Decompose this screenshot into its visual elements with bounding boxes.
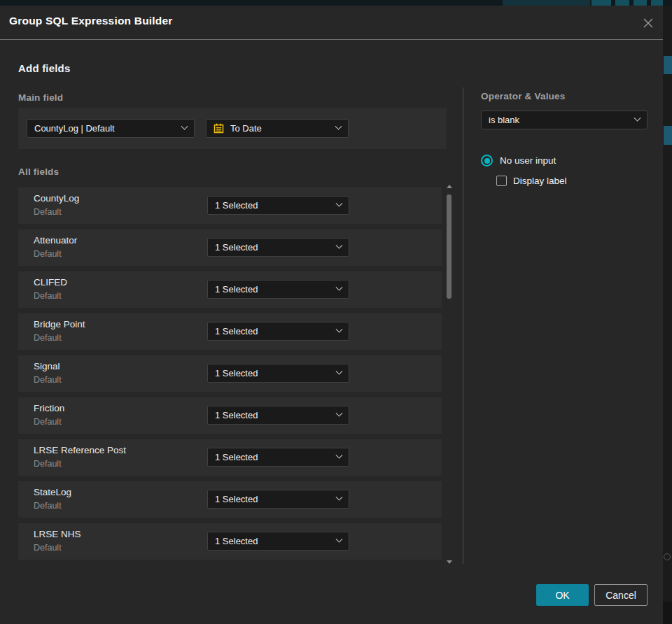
field-row-clifed: CLIFED Default 1 Selected bbox=[18, 271, 442, 308]
field-selected-dropdown[interactable]: 1 Selected bbox=[207, 448, 349, 467]
field-name: StateLog bbox=[34, 487, 71, 497]
background-panel-button bbox=[664, 56, 672, 74]
chevron-down-icon bbox=[336, 326, 343, 333]
background-app-right-strip bbox=[663, 6, 672, 624]
chevron-down-icon bbox=[181, 123, 188, 130]
selected-count-label: 1 Selected bbox=[215, 452, 258, 462]
field-selected-dropdown[interactable]: 1 Selected bbox=[207, 196, 349, 215]
selected-count-label: 1 Selected bbox=[215, 200, 258, 211]
operator-values-heading: Operator & Values bbox=[481, 91, 565, 101]
vertical-divider bbox=[463, 87, 463, 564]
field-row-friction: Friction Default 1 Selected bbox=[18, 397, 442, 434]
field-row-bridge-point: Bridge Point Default 1 Selected bbox=[18, 313, 442, 350]
background-toolbar-button bbox=[615, 0, 629, 6]
checkbox-unchecked-icon bbox=[496, 176, 507, 186]
field-subtitle: Default bbox=[34, 501, 62, 511]
field-selected-dropdown[interactable]: 1 Selected bbox=[207, 490, 349, 509]
operator-dropdown[interactable]: is blank bbox=[481, 111, 648, 129]
field-row-countylog: CountyLog Default 1 Selected bbox=[18, 187, 442, 224]
scrollbar-up-arrow-icon[interactable] bbox=[447, 185, 452, 188]
all-fields-label: All fields bbox=[18, 166, 59, 177]
selected-count-label: 1 Selected bbox=[215, 242, 258, 253]
chevron-down-icon bbox=[336, 494, 343, 501]
close-button[interactable] bbox=[639, 14, 657, 32]
background-circle-glyph bbox=[664, 553, 671, 560]
chevron-down-icon bbox=[336, 200, 343, 207]
selected-count-label: 1 Selected bbox=[215, 326, 258, 336]
field-name: LRSE Reference Post bbox=[34, 445, 126, 455]
field-name: Friction bbox=[34, 403, 64, 413]
field-selected-dropdown[interactable]: 1 Selected bbox=[207, 406, 349, 425]
field-name: LRSE NHS bbox=[34, 529, 81, 539]
background-app-topbar: Live view bbox=[0, 0, 672, 6]
close-icon bbox=[643, 17, 654, 29]
field-row-statelog: StateLog Default 1 Selected bbox=[18, 481, 442, 518]
selected-count-label: 1 Selected bbox=[215, 284, 258, 295]
operator-dropdown-value: is blank bbox=[489, 115, 519, 125]
field-subtitle: Default bbox=[34, 333, 62, 343]
cancel-button[interactable]: Cancel bbox=[594, 584, 648, 606]
dialog-title: Group SQL Expression Builder bbox=[9, 15, 173, 27]
field-row-signal: Signal Default 1 Selected bbox=[18, 355, 442, 392]
field-name: CLIFED bbox=[34, 277, 67, 288]
field-name: Signal bbox=[34, 361, 60, 371]
field-subtitle: Default bbox=[34, 459, 62, 469]
main-field-dropdown-value: CountyLog | Default bbox=[34, 123, 115, 134]
chevron-down-icon bbox=[336, 368, 343, 375]
field-selected-dropdown[interactable]: 1 Selected bbox=[207, 532, 349, 551]
radio-selected-icon bbox=[481, 155, 493, 166]
selected-count-label: 1 Selected bbox=[215, 494, 258, 504]
main-field-panel: CountyLog | Default To Date bbox=[18, 108, 447, 149]
background-toolbar-button bbox=[634, 0, 647, 6]
background-dark-band bbox=[663, 602, 672, 624]
chevron-down-icon bbox=[336, 410, 343, 417]
chevron-down-icon bbox=[634, 115, 641, 122]
ok-button[interactable]: OK bbox=[536, 584, 589, 606]
field-selected-dropdown[interactable]: 1 Selected bbox=[207, 364, 349, 383]
field-row-attenuator: Attenuator Default 1 Selected bbox=[18, 229, 442, 266]
background-toolbar-button bbox=[651, 0, 663, 6]
field-selected-dropdown[interactable]: 1 Selected bbox=[207, 280, 349, 299]
date-option-dropdown-value: To Date bbox=[230, 123, 262, 134]
main-field-dropdown[interactable]: CountyLog | Default bbox=[27, 119, 195, 138]
chevron-down-icon bbox=[336, 284, 343, 291]
selected-count-label: 1 Selected bbox=[215, 368, 258, 378]
no-user-input-label: No user input bbox=[500, 155, 556, 166]
field-subtitle: Default bbox=[34, 375, 62, 385]
add-fields-heading: Add fields bbox=[18, 62, 71, 74]
field-subtitle: Default bbox=[34, 417, 62, 427]
field-row-lrse-reference-post: LRSE Reference Post Default 1 Selected bbox=[18, 439, 442, 476]
field-selected-dropdown[interactable]: 1 Selected bbox=[207, 322, 349, 341]
field-subtitle: Default bbox=[34, 249, 62, 259]
chevron-down-icon bbox=[336, 242, 343, 249]
field-subtitle: Default bbox=[34, 543, 62, 553]
field-selected-dropdown[interactable]: 1 Selected bbox=[207, 238, 349, 257]
scrollbar-down-arrow-icon[interactable] bbox=[447, 560, 452, 564]
display-label-label: Display label bbox=[513, 176, 567, 186]
field-name: Attenuator bbox=[34, 235, 77, 246]
scrollbar-thumb[interactable] bbox=[447, 194, 451, 299]
calendar-icon bbox=[214, 123, 224, 134]
chevron-down-icon bbox=[335, 123, 342, 130]
no-user-input-radio[interactable]: No user input bbox=[481, 155, 556, 166]
screen: Live view Group SQL Expression Builder A… bbox=[0, 0, 672, 624]
chevron-down-icon bbox=[336, 452, 343, 459]
selected-count-label: 1 Selected bbox=[215, 536, 258, 546]
dialog-header: Group SQL Expression Builder bbox=[0, 6, 663, 40]
chevron-down-icon bbox=[336, 536, 343, 543]
group-sql-expression-builder-dialog: Group SQL Expression Builder Add fields … bbox=[0, 6, 663, 624]
display-label-checkbox[interactable]: Display label bbox=[496, 176, 567, 186]
live-view-button[interactable]: Live view bbox=[503, 0, 590, 6]
date-option-dropdown[interactable]: To Date bbox=[206, 119, 349, 138]
selected-count-label: 1 Selected bbox=[215, 410, 258, 420]
field-name: CountyLog bbox=[34, 193, 79, 204]
field-row-lrse-nhs: LRSE NHS Default 1 Selected bbox=[18, 523, 442, 560]
field-subtitle: Default bbox=[34, 291, 62, 301]
field-name: Bridge Point bbox=[34, 319, 85, 329]
main-field-label: Main field bbox=[18, 92, 63, 103]
field-subtitle: Default bbox=[34, 207, 62, 217]
background-toolbar-button bbox=[592, 0, 611, 6]
fields-list-scrollbar[interactable] bbox=[445, 183, 453, 565]
background-panel-button bbox=[664, 126, 672, 145]
